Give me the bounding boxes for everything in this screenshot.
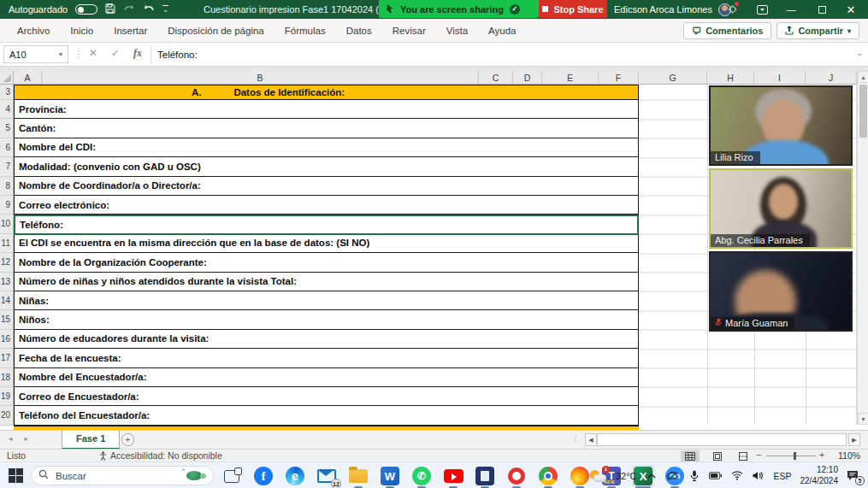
row-number[interactable]: 5 <box>0 119 14 138</box>
language-indicator[interactable]: ESP <box>773 471 791 481</box>
selected-cell[interactable]: Teléfono: <box>14 215 639 234</box>
column-header-b[interactable]: B <box>42 71 479 85</box>
zoom-out-icon[interactable]: − <box>756 450 761 460</box>
row-number[interactable]: 3 <box>0 85 14 100</box>
column-header-c[interactable]: C <box>479 71 513 85</box>
formula-content[interactable]: Teléfono: <box>157 43 198 67</box>
column-header-a[interactable]: A <box>14 71 42 85</box>
mail-icon[interactable]: 12 <box>316 465 338 487</box>
section-header-cell[interactable]: A. Datos de Identificación: <box>14 85 639 100</box>
battery-icon[interactable] <box>709 470 722 482</box>
scanner-app-icon[interactable] <box>474 465 496 487</box>
row-number[interactable]: 15 <box>0 310 14 329</box>
column-header-g[interactable]: G <box>639 71 707 85</box>
form-cell[interactable]: Nombre de la Organización Cooperante: <box>14 253 639 272</box>
sheet-nav-arrows[interactable]: ◂▸ <box>9 434 40 443</box>
restore-button[interactable] <box>807 0 836 19</box>
show-hidden-icons[interactable] <box>645 470 658 482</box>
column-header-f[interactable]: F <box>599 71 639 85</box>
row-number[interactable]: 4 <box>0 100 14 119</box>
video-tile-mar-a-guaman[interactable]: María Guaman <box>709 251 853 332</box>
form-cell[interactable]: Niñas: <box>14 291 639 310</box>
form-cell[interactable]: Nombre de Coordinador/a o Director/a: <box>14 177 639 196</box>
microphone-icon[interactable] <box>688 470 700 482</box>
temperature[interactable]: 32°C <box>616 471 637 481</box>
ribbon-tab-datos[interactable]: Datos <box>336 19 382 43</box>
row-number[interactable]: 11 <box>0 234 14 253</box>
row-number[interactable]: 7 <box>0 157 14 176</box>
onedrive-paused-icon[interactable] <box>666 470 679 482</box>
word-icon[interactable]: W <box>379 465 401 487</box>
video-tile-abg-cecilia-parrales[interactable]: Abg. Cecilia Parrales <box>709 168 853 249</box>
ribbon-tab-ayuda[interactable]: Ayuda <box>478 19 526 43</box>
form-cell[interactable]: Teléfono del Encuestador/a: <box>14 406 639 425</box>
undo-icon[interactable] <box>143 3 155 15</box>
form-cell[interactable]: Modalidad: (convenio con GAD u OSC) <box>14 157 639 176</box>
share-button[interactable]: Compartir ▾ <box>776 22 859 39</box>
volume-icon[interactable] <box>752 470 765 482</box>
ribbon-display-options-icon[interactable] <box>747 0 776 19</box>
form-cell[interactable]: El CDI se encuentra en la misma direcció… <box>14 234 639 253</box>
opera-icon[interactable] <box>505 465 528 487</box>
form-cell[interactable]: Provincia: <box>14 100 639 119</box>
zoom-slider-thumb[interactable] <box>794 452 796 460</box>
row-number[interactable]: 10 <box>0 215 14 233</box>
column-header-i[interactable]: I <box>754 71 806 85</box>
wifi-icon[interactable] <box>730 470 743 482</box>
notification-center-icon[interactable]: 5 <box>847 469 861 482</box>
stop-share-button[interactable]: Stop Share <box>539 0 607 18</box>
row-number[interactable]: 18 <box>0 368 14 387</box>
search-box[interactable]: Buscar <box>31 466 214 485</box>
vertical-scrollbar[interactable]: ▲ ▼ <box>857 71 868 425</box>
user-name[interactable]: Edicson Aroca Limones <box>614 4 712 15</box>
form-cell[interactable]: Número de educadores durante la visita: <box>14 330 639 349</box>
search-highlight-image[interactable] <box>180 468 206 483</box>
insert-function-icon[interactable]: fx <box>133 47 142 60</box>
cancel-entry-icon[interactable]: ✕ <box>89 47 97 59</box>
youtube-icon[interactable] <box>442 465 464 487</box>
row-number[interactable]: 20 <box>0 406 14 425</box>
zoom-level[interactable]: 110% <box>838 450 860 461</box>
ribbon-tab-disposici-n-de-p-gina[interactable]: Disposición de página <box>157 19 275 43</box>
autosave-toggle[interactable] <box>75 4 97 15</box>
clock[interactable]: 12:10 22/4/2024 <box>800 465 839 486</box>
form-cell[interactable]: Fecha de la encuesta: <box>14 349 639 367</box>
confirm-entry-icon[interactable]: ✓ <box>111 47 120 59</box>
ribbon-tab-vista[interactable]: Vista <box>436 19 478 43</box>
facebook-icon[interactable]: f <box>252 465 275 487</box>
start-button-icon[interactable] <box>9 468 23 483</box>
firefox-icon[interactable] <box>569 465 591 487</box>
edge-icon[interactable]: e <box>284 465 306 487</box>
scroll-right-icon[interactable]: ▶ <box>848 433 860 446</box>
file-explorer-icon[interactable] <box>347 465 369 487</box>
chrome-icon[interactable] <box>537 465 559 487</box>
zoom-slider[interactable] <box>766 456 816 456</box>
column-header-e[interactable]: E <box>542 71 599 85</box>
ribbon-tab-f-rmulas[interactable]: Fórmulas <box>275 19 336 43</box>
row-number[interactable]: 14 <box>0 291 14 310</box>
ribbon-tab-insertar[interactable]: Insertar <box>103 19 157 43</box>
expand-formula-bar-icon[interactable]: ⌄ <box>856 49 863 57</box>
weather-icon[interactable]: 1 <box>590 468 607 484</box>
ribbon-tab-archivo[interactable]: Archivo <box>7 19 60 43</box>
comments-button[interactable]: 🗩 Comentarios <box>683 22 771 39</box>
task-view-icon[interactable] <box>221 465 243 487</box>
row-number[interactable]: 16 <box>0 330 14 349</box>
whatsapp-icon[interactable]: ✆ <box>410 465 433 487</box>
ribbon-tab-revisar[interactable]: Revisar <box>382 19 436 43</box>
row-number[interactable]: 13 <box>0 273 14 291</box>
row-number[interactable]: 12 <box>0 253 14 272</box>
select-all-corner[interactable] <box>0 71 14 85</box>
row-number[interactable]: 19 <box>0 387 14 406</box>
page-layout-view-icon[interactable] <box>708 450 727 462</box>
row-number[interactable]: 8 <box>0 177 14 196</box>
close-button[interactable]: ✕ <box>836 0 865 19</box>
form-cell[interactable]: Niños: <box>14 310 639 329</box>
column-header-h[interactable]: H <box>707 71 754 85</box>
row-number[interactable]: 17 <box>0 349 14 367</box>
save-icon[interactable] <box>105 3 115 15</box>
vertical-scroll-thumb[interactable] <box>859 85 867 138</box>
namebox-dropdown-icon[interactable]: ▾ <box>59 50 62 58</box>
horizontal-scrollbar[interactable]: ◀ ▶ <box>585 433 860 446</box>
scroll-down-icon[interactable]: ▼ <box>858 413 868 425</box>
